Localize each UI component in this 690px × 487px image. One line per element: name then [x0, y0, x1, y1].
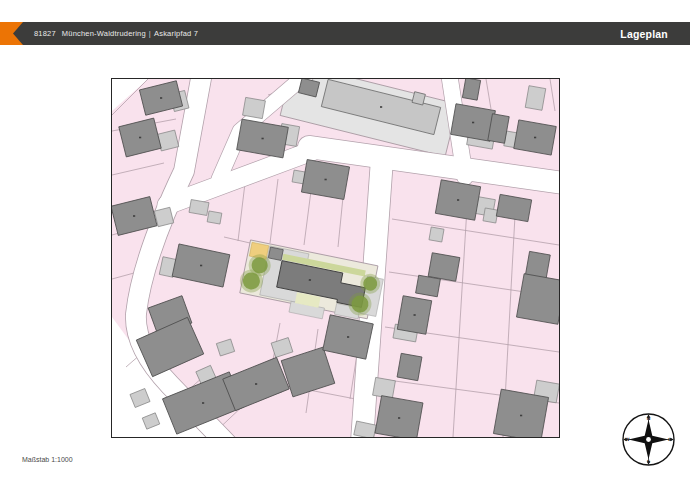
location-name: München-Waldtrudering: [62, 29, 146, 38]
street-name: Askaripfad 7: [154, 29, 198, 38]
compass-center-dot: [646, 437, 651, 442]
compass-rose: N O S W: [620, 411, 677, 468]
site-plan-svg: [112, 79, 559, 437]
postal-code: 81827: [34, 29, 56, 38]
site-plan-map: [111, 78, 560, 438]
scale-label: Maßstab 1:1000: [22, 456, 73, 463]
address-separator: |: [149, 29, 151, 38]
compass-label-north: N: [647, 416, 651, 421]
header-address: 81827München-Waldtrudering|Askaripfad 7: [34, 29, 198, 38]
page-title: Lageplan: [620, 28, 668, 40]
compass-label-south: S: [647, 459, 650, 464]
subject-garage: [268, 247, 283, 260]
header-bar: 81827München-Waldtrudering|Askaripfad 7 …: [0, 22, 690, 45]
compass-label-west: W: [625, 437, 630, 442]
compass-label-east: O: [668, 437, 672, 442]
header-dark-bar: 81827München-Waldtrudering|Askaripfad 7 …: [13, 22, 690, 45]
